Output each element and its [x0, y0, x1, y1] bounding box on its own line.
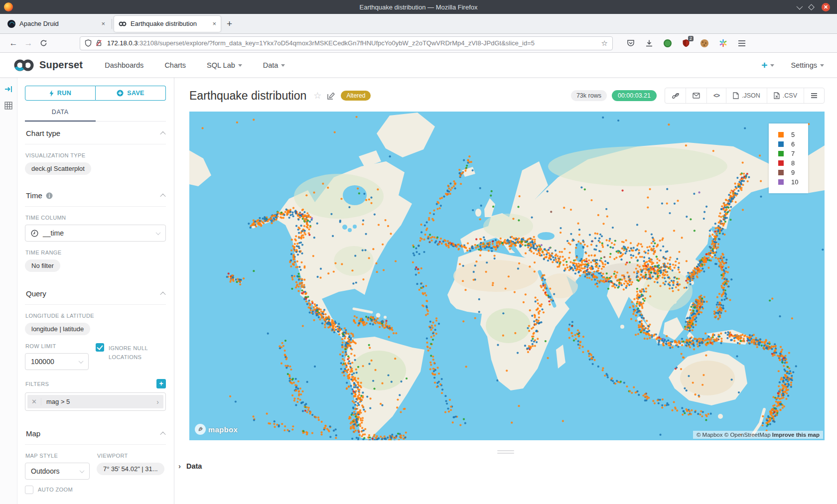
earthquake-points-layer [189, 112, 825, 440]
add-filter-button[interactable]: + [156, 379, 166, 388]
lightning-bolt-icon [49, 90, 54, 97]
extension-green-icon[interactable] [664, 39, 672, 47]
file-icon [733, 92, 739, 99]
time-range-value[interactable]: No filter [25, 259, 60, 272]
nav-item-sql-lab[interactable]: SQL Lab [207, 61, 242, 69]
auto-zoom-checkbox[interactable] [25, 486, 33, 494]
pocket-icon[interactable] [627, 39, 635, 47]
map-attribution[interactable]: © Mapbox © OpenStreetMap Improve this ma… [693, 431, 823, 439]
lonlat-label: LONGITUDE & LATITUDE [25, 313, 166, 319]
panel-resize-handle[interactable] [497, 450, 514, 454]
filter-expression: mag > 5 [41, 398, 156, 405]
edit-properties-icon[interactable] [327, 92, 335, 100]
tab-close-icon[interactable]: × [101, 20, 105, 27]
nav-item-charts[interactable]: Charts [164, 61, 186, 69]
embed-code-button[interactable]: <> [706, 88, 726, 103]
chart-main-area: Earthquake distribution ☆ Altered 73k ro… [174, 78, 837, 504]
chart-menu-button[interactable] [804, 88, 824, 103]
browser-tabstrip: Apache Druid × Earthquake distribution ×… [0, 14, 837, 34]
viewport-label: VIEWPORT [97, 453, 166, 459]
filters-label: FILTERS [25, 381, 49, 387]
tab-label: Earthquake distribution [131, 20, 197, 27]
colorful-asterisk-extension-icon[interactable] [719, 39, 727, 47]
lonlat-value[interactable]: longitude | latitude [25, 323, 90, 335]
window-close-button[interactable]: ✕ [822, 3, 830, 11]
viz-type-value[interactable]: deck.gl Scatterplot [25, 162, 91, 175]
map-legend: 5 6 7 8 9 10 [769, 124, 808, 193]
filter-item[interactable]: ✕ mag > 5 › [27, 395, 163, 408]
export-csv-button[interactable]: .CSV [767, 88, 804, 103]
browser-toolbar: ← → 172.18.0.3:32108/superset/explore/?f… [0, 34, 837, 53]
hamburger-menu-icon[interactable] [738, 40, 746, 47]
tab-close-icon[interactable]: × [212, 20, 216, 27]
ublock-shield-icon[interactable]: 2 [682, 39, 690, 47]
settings-menu[interactable]: Settings [791, 61, 824, 69]
forward-button[interactable]: → [21, 38, 36, 48]
chevron-down-icon [238, 64, 242, 67]
clock-icon [31, 230, 38, 237]
legend-item: 7 [778, 149, 808, 158]
ignore-null-checkbox[interactable] [96, 343, 104, 352]
collapse-panel-icon[interactable] [4, 86, 12, 93]
url-path: :32108/superset/explore/?form_data_key=1… [138, 39, 535, 47]
viewport-value[interactable]: 7° 35' 54.02" | 31... [97, 463, 164, 475]
map-style-select[interactable]: Outdoors [25, 463, 90, 480]
run-button[interactable]: RUN [25, 86, 96, 101]
mapbox-logo[interactable]: mapbox [194, 423, 238, 435]
row-count-badge: 73k rows [571, 90, 607, 101]
legend-swatch [778, 170, 784, 175]
window-maximize-icon[interactable] [808, 4, 815, 10]
deckgl-scatterplot-map[interactable]: 5 6 7 8 9 10 mapbox © Mapbox © OpenStree… [189, 112, 825, 440]
code-icon: <> [713, 92, 719, 99]
bookmark-star-icon[interactable]: ☆ [601, 39, 608, 48]
altered-badge[interactable]: Altered [341, 91, 371, 101]
tab-separator [112, 19, 112, 29]
tab-data[interactable]: DATA [25, 109, 96, 122]
insecure-lock-icon[interactable] [95, 39, 103, 47]
favorite-star-icon[interactable]: ☆ [313, 90, 321, 101]
email-icon [693, 93, 700, 99]
chevron-down-icon [281, 64, 285, 67]
chevron-up-icon [160, 193, 165, 199]
row-limit-select[interactable]: 100000 [25, 353, 89, 370]
data-results-panel[interactable]: › Data [178, 462, 837, 470]
copy-link-button[interactable] [665, 88, 686, 103]
cookie-extension-icon[interactable] [700, 39, 708, 47]
nav-item-data[interactable]: Data [263, 61, 285, 69]
url-bar[interactable]: 172.18.0.3:32108/superset/explore/?form_… [80, 36, 613, 50]
save-button[interactable]: SAVE [96, 86, 166, 101]
chart-title: Earthquake distribution [189, 89, 306, 103]
shield-permissions-icon[interactable] [85, 39, 92, 47]
new-item-button[interactable]: + [761, 59, 774, 71]
back-button[interactable]: ← [6, 38, 21, 48]
export-json-button[interactable]: .JSON [726, 88, 767, 103]
time-column-select[interactable]: __time [25, 225, 166, 242]
chevron-down-icon [79, 359, 84, 364]
ignore-null-label: IGNORE NULL LOCATIONS [109, 343, 166, 362]
downloads-icon[interactable] [645, 39, 653, 47]
legend-swatch [778, 179, 784, 185]
reload-button[interactable] [36, 39, 51, 47]
remove-filter-icon[interactable]: ✕ [27, 398, 41, 405]
chevron-up-icon [160, 431, 165, 437]
new-tab-button[interactable]: + [227, 18, 232, 29]
window-minimize-icon[interactable] [797, 3, 803, 9]
section-map[interactable]: Map [25, 422, 166, 445]
browser-tab-earthquake[interactable]: Earthquake distribution × [114, 16, 221, 32]
nav-item-dashboards[interactable]: Dashboards [105, 61, 143, 69]
chevron-right-icon: › [178, 462, 181, 470]
email-button[interactable] [686, 88, 706, 103]
browser-tab-apache-druid[interactable]: Apache Druid × [3, 16, 110, 32]
superset-infinity-icon [13, 58, 35, 73]
section-time[interactable]: Time [25, 184, 166, 207]
legend-swatch [778, 160, 784, 166]
superset-logo[interactable]: Superset [13, 58, 83, 73]
menu-icon [811, 93, 818, 99]
legend-item: 10 [778, 178, 808, 186]
control-panel-sidebar: RUN SAVE DATA Chart type VISUALIZATION T… [17, 78, 174, 504]
section-query[interactable]: Query [25, 282, 166, 305]
dataset-grid-icon[interactable] [4, 102, 12, 110]
viz-type-label: VISUALIZATION TYPE [25, 152, 166, 158]
section-chart-type[interactable]: Chart type [25, 122, 166, 144]
superset-favicon [119, 20, 127, 28]
